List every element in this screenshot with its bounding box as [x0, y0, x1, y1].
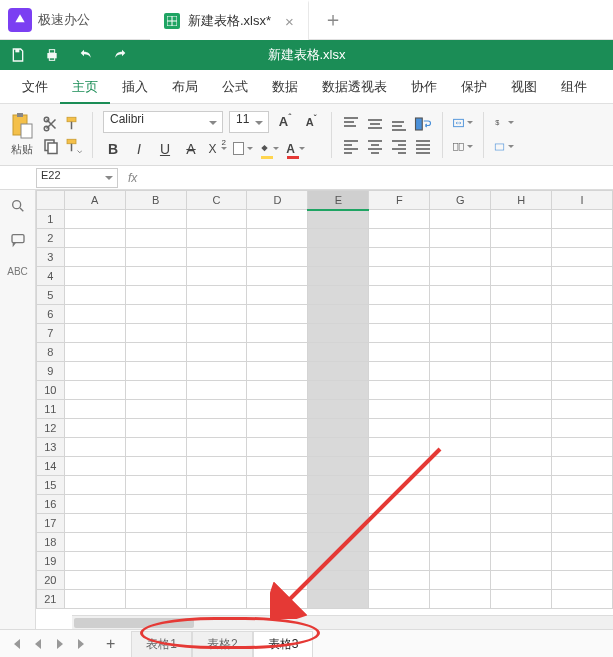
cell-I8[interactable] [552, 343, 613, 362]
comment-icon[interactable] [10, 232, 26, 248]
cell-F1[interactable] [369, 210, 430, 229]
col-header-H[interactable]: H [491, 191, 552, 210]
cell-E20[interactable] [308, 571, 369, 590]
strikethrough-button[interactable]: A [181, 139, 201, 159]
cell-G2[interactable] [430, 229, 491, 248]
number-format-button[interactable]: $ [494, 113, 514, 133]
cell-H9[interactable] [491, 362, 552, 381]
cell-I19[interactable] [552, 552, 613, 571]
border-button[interactable] [233, 139, 253, 159]
new-tab-button[interactable]: ＋ [323, 6, 343, 33]
save-icon[interactable] [10, 47, 26, 63]
cell-D19[interactable] [247, 552, 308, 571]
cell-A7[interactable] [64, 324, 125, 343]
menu-item-6[interactable]: 数据透视表 [310, 70, 399, 104]
cell-G8[interactable] [430, 343, 491, 362]
cell-D10[interactable] [247, 381, 308, 400]
cell-B13[interactable] [125, 438, 186, 457]
cell-H3[interactable] [491, 248, 552, 267]
spellcheck-icon[interactable]: ABC [7, 266, 28, 277]
cell-H17[interactable] [491, 514, 552, 533]
cell-I16[interactable] [552, 495, 613, 514]
cell-C7[interactable] [186, 324, 247, 343]
font-size-select[interactable]: 11 [229, 111, 269, 133]
cell-G4[interactable] [430, 267, 491, 286]
undo-icon[interactable] [78, 47, 94, 63]
cell-H10[interactable] [491, 381, 552, 400]
cell-F15[interactable] [369, 476, 430, 495]
cell-G16[interactable] [430, 495, 491, 514]
cell-A14[interactable] [64, 457, 125, 476]
cell-G11[interactable] [430, 400, 491, 419]
row-header-10[interactable]: 10 [37, 381, 65, 400]
redo-icon[interactable] [112, 47, 128, 63]
cell-I2[interactable] [552, 229, 613, 248]
cell-D15[interactable] [247, 476, 308, 495]
row-header-9[interactable]: 9 [37, 362, 65, 381]
cell-E3[interactable] [308, 248, 369, 267]
cell-E4[interactable] [308, 267, 369, 286]
cell-H12[interactable] [491, 419, 552, 438]
cell-C21[interactable] [186, 590, 247, 609]
horizontal-scrollbar[interactable] [72, 615, 613, 629]
cell-I9[interactable] [552, 362, 613, 381]
cell-F11[interactable] [369, 400, 430, 419]
cell-D11[interactable] [247, 400, 308, 419]
cell-A11[interactable] [64, 400, 125, 419]
cell-I11[interactable] [552, 400, 613, 419]
menu-item-10[interactable]: 组件 [549, 70, 599, 104]
cell-G17[interactable] [430, 514, 491, 533]
cell-F16[interactable] [369, 495, 430, 514]
decrease-font-icon[interactable]: Aˇ [301, 112, 321, 132]
cell-B4[interactable] [125, 267, 186, 286]
cell-E17[interactable] [308, 514, 369, 533]
cell-H7[interactable] [491, 324, 552, 343]
col-header-C[interactable]: C [186, 191, 247, 210]
col-header-D[interactable]: D [247, 191, 308, 210]
cell-H1[interactable] [491, 210, 552, 229]
select-all-corner[interactable] [37, 191, 65, 210]
prev-sheet-button[interactable] [30, 636, 46, 652]
cell-G10[interactable] [430, 381, 491, 400]
cell-D1[interactable] [247, 210, 308, 229]
cell-A15[interactable] [64, 476, 125, 495]
row-header-5[interactable]: 5 [37, 286, 65, 305]
justify-icon[interactable] [414, 138, 432, 154]
align-bottom-icon[interactable] [390, 116, 408, 132]
cell-H16[interactable] [491, 495, 552, 514]
cell-D12[interactable] [247, 419, 308, 438]
cell-I3[interactable] [552, 248, 613, 267]
cell-B10[interactable] [125, 381, 186, 400]
cell-G5[interactable] [430, 286, 491, 305]
cell-F20[interactable] [369, 571, 430, 590]
cell-C1[interactable] [186, 210, 247, 229]
cell-D3[interactable] [247, 248, 308, 267]
cell-H21[interactable] [491, 590, 552, 609]
cell-F6[interactable] [369, 305, 430, 324]
row-header-3[interactable]: 3 [37, 248, 65, 267]
cell-I17[interactable] [552, 514, 613, 533]
cell-A10[interactable] [64, 381, 125, 400]
cell-F12[interactable] [369, 419, 430, 438]
menu-item-8[interactable]: 保护 [449, 70, 499, 104]
cell-D5[interactable] [247, 286, 308, 305]
row-header-21[interactable]: 21 [37, 590, 65, 609]
cell-D21[interactable] [247, 590, 308, 609]
name-box[interactable]: E22 [36, 168, 118, 188]
search-icon[interactable] [10, 198, 26, 214]
cell-I15[interactable] [552, 476, 613, 495]
row-header-8[interactable]: 8 [37, 343, 65, 362]
row-header-2[interactable]: 2 [37, 229, 65, 248]
cell-B12[interactable] [125, 419, 186, 438]
menu-item-3[interactable]: 布局 [160, 70, 210, 104]
cell-F7[interactable] [369, 324, 430, 343]
cell-G20[interactable] [430, 571, 491, 590]
cell-F8[interactable] [369, 343, 430, 362]
menu-item-5[interactable]: 数据 [260, 70, 310, 104]
cell-E9[interactable] [308, 362, 369, 381]
cell-A1[interactable] [64, 210, 125, 229]
cell-H8[interactable] [491, 343, 552, 362]
cell-D18[interactable] [247, 533, 308, 552]
cell-B3[interactable] [125, 248, 186, 267]
align-middle-icon[interactable] [366, 116, 384, 132]
